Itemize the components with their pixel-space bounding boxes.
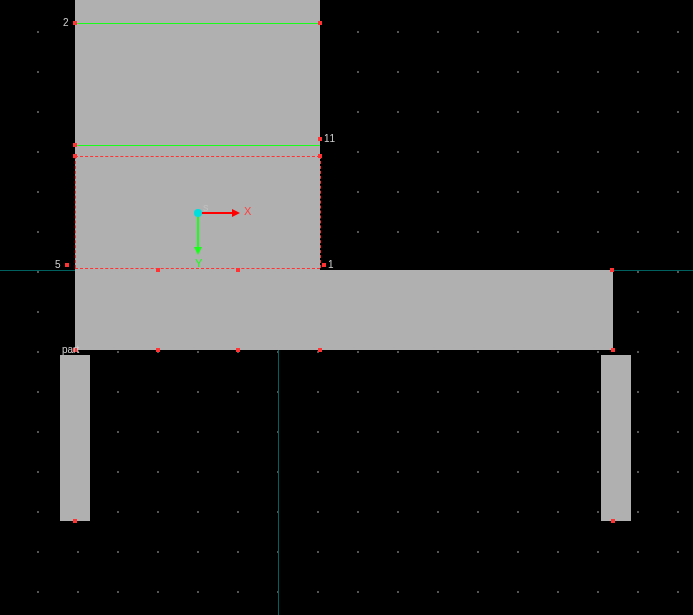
vertex-label: 1 bbox=[328, 259, 334, 270]
leg-left[interactable] bbox=[60, 355, 90, 521]
vertex-point[interactable] bbox=[65, 263, 69, 267]
cad-viewport[interactable]: X Y s 21151 part bbox=[0, 0, 693, 615]
vertex-label: 2 bbox=[63, 17, 69, 28]
upper-block[interactable] bbox=[75, 0, 320, 270]
vertex-label: 11 bbox=[324, 133, 335, 144]
leg-right[interactable] bbox=[601, 355, 631, 521]
vertex-point[interactable] bbox=[322, 263, 326, 267]
slab[interactable] bbox=[75, 270, 613, 350]
vertex-label: 5 bbox=[55, 259, 61, 270]
